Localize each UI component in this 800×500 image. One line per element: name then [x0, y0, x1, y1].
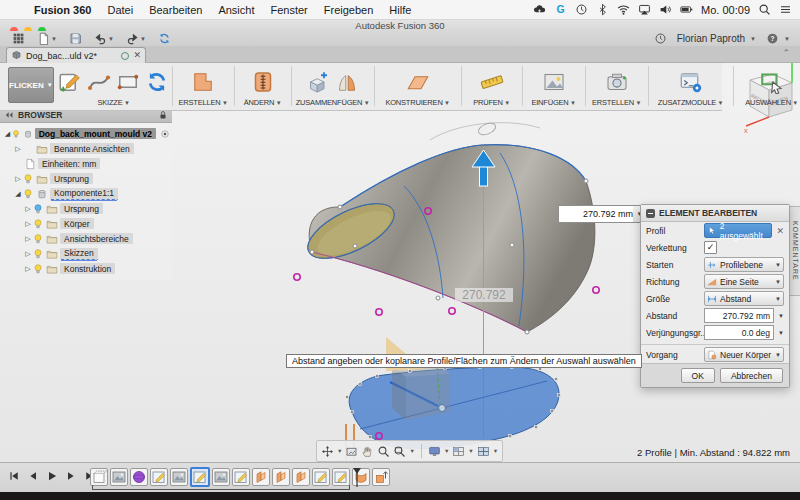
browser-item-körper[interactable]: ▷Körper	[0, 216, 172, 231]
sync-blue-icon[interactable]	[145, 70, 169, 94]
comments-tab[interactable]: KOMMENTARE	[789, 206, 800, 296]
zoom-icon[interactable]	[377, 445, 390, 458]
menu-item-fusion-360[interactable]: Fusion 360	[26, 4, 99, 16]
toolbar-group-label[interactable]: PRÜFEN ▼	[464, 98, 520, 107]
job-status-icon[interactable]	[654, 32, 667, 45]
pan-icon[interactable]	[361, 445, 374, 458]
zoom-window-caret-icon[interactable]: ▼	[409, 448, 414, 454]
create-sketch-icon[interactable]	[58, 70, 82, 94]
airplay-icon[interactable]	[638, 3, 651, 16]
battery-icon[interactable]	[680, 3, 693, 16]
render-icon[interactable]	[605, 70, 629, 94]
bottom-sketch-profile[interactable]	[349, 367, 559, 449]
file-new-icon[interactable]	[37, 32, 50, 45]
browser-item-label[interactable]: Ansichtsbereiche	[60, 233, 133, 244]
timeline-feature-sketch[interactable]	[332, 468, 350, 486]
user-menu[interactable]: Florian Paproth	[677, 33, 745, 44]
bulb-yellow-icon[interactable]	[22, 173, 34, 185]
stitch-icon[interactable]	[251, 70, 275, 94]
viewports-caret-icon[interactable]: ▼	[493, 448, 498, 454]
collapse-arrow-icon[interactable]: ▷	[24, 220, 32, 228]
browser-item-label[interactable]: Ursprung	[50, 173, 93, 184]
timeline-feature-extrude[interactable]	[252, 468, 270, 486]
toolbar-group-label[interactable]: AUSWÄHLEN ▼	[736, 98, 800, 107]
collapse-arrow-icon[interactable]: ▷	[24, 265, 32, 273]
browser-item-ursprung[interactable]: ▷Ursprung	[0, 201, 172, 216]
timeline-feature-extrude[interactable]	[292, 468, 310, 486]
logitech-g-icon[interactable]: G	[554, 3, 567, 16]
ok-button[interactable]: OK	[681, 368, 715, 383]
grid-display-caret-icon[interactable]: ▼	[468, 448, 473, 454]
toolbar-group-label[interactable]: ZUSATZMODULE ▼	[651, 98, 731, 107]
clear-selection-icon[interactable]: ✕	[776, 226, 784, 236]
collapse-toolbar-chevron-icon[interactable]: ⌃	[782, 48, 790, 58]
browser-item-dog-back-mount-mould-v2[interactable]: ◢Dog_back_mount_mould v2	[0, 126, 172, 141]
plane-icon[interactable]	[406, 70, 430, 94]
toolbar-group-label[interactable]: ERSTELLEN ▼	[175, 98, 232, 107]
dropdown-größe[interactable]: Abstand▼	[704, 291, 784, 306]
timeline-feature-sketch[interactable]	[232, 468, 250, 486]
insert-image-icon[interactable]	[542, 70, 566, 94]
sketch-origin-point[interactable]	[439, 405, 446, 412]
undo-icon[interactable]	[94, 32, 107, 45]
dropdown-vorgang[interactable]: Neuer Körper▼	[704, 347, 784, 362]
sync-icon[interactable]	[158, 32, 171, 45]
display-settings-icon[interactable]	[428, 445, 441, 458]
input-abstand[interactable]: 270.792 mm	[704, 308, 774, 323]
apple-icon[interactable]	[10, 3, 22, 17]
collapse-panel-icon[interactable]	[4, 110, 14, 120]
browser-item-einheiten:-mm[interactable]: Einheiten: mm	[0, 156, 172, 171]
timeline-feature-canvas[interactable]	[170, 468, 188, 486]
collapse-arrow-icon[interactable]: ▷	[24, 205, 32, 213]
combine-icon[interactable]	[306, 70, 330, 94]
collapse-arrow-icon[interactable]: ▷	[24, 250, 32, 258]
timeline-feature-extrude[interactable]	[272, 468, 290, 486]
toolbar-group-label[interactable]: KONSTRUIEREN ▼	[377, 98, 459, 107]
collapse-arrow-icon[interactable]: ▷	[24, 235, 32, 243]
display-settings-caret-icon[interactable]: ▼	[444, 448, 449, 454]
spline-icon[interactable]	[87, 70, 111, 94]
undo-caret-icon[interactable]: ▼	[108, 36, 114, 42]
expand-arrow-icon[interactable]: ◢	[4, 130, 11, 138]
measure-icon[interactable]	[480, 70, 504, 94]
browser-item-ansichtsbereiche[interactable]: ▷Ansichtsbereiche	[0, 231, 172, 246]
toolbar-group-label[interactable]: SKIZZE ▼	[58, 98, 170, 107]
input-caret-icon[interactable]: ▼	[778, 330, 784, 336]
mirror-icon[interactable]	[335, 70, 359, 94]
browser-item-label[interactable]: Ursprung	[60, 203, 103, 214]
toolbar-group-label[interactable]: ÄNDERN ▼	[237, 98, 289, 107]
browser-item-label[interactable]: Benannte Ansichten	[50, 143, 134, 154]
rectangle-icon[interactable]	[116, 70, 140, 94]
expand-arrow-icon[interactable]: ◢	[14, 190, 22, 198]
wifi-icon[interactable]	[617, 3, 630, 16]
timeline-feature-sketch[interactable]	[150, 468, 168, 486]
checkbox-verkettung[interactable]: ✓	[704, 241, 717, 254]
play-icon[interactable]	[46, 470, 58, 482]
menu-item-datei[interactable]: Datei	[99, 4, 141, 16]
bulb-yellow-icon[interactable]	[11, 128, 21, 140]
browser-item-ursprung[interactable]: ▷Ursprung	[0, 171, 172, 186]
browser-item-label[interactable]: Körper	[60, 218, 94, 229]
addins-icon[interactable]	[679, 70, 703, 94]
panel-options-icon[interactable]	[158, 110, 168, 120]
bulb-blue-icon[interactable]	[32, 203, 44, 215]
browser-item-label[interactable]: Komponente1:1	[50, 188, 118, 200]
timeline-feature-sketch-selected[interactable]	[190, 467, 210, 487]
menu-item-freigeben[interactable]: Freigeben	[316, 4, 382, 16]
data-panel-icon[interactable]	[12, 32, 25, 45]
bulb-yellow-icon[interactable]	[22, 188, 34, 200]
menu-item-ansicht[interactable]: Ansicht	[210, 4, 262, 16]
browser-item-label[interactable]: Konstruktion	[60, 263, 115, 274]
zoom-window-icon[interactable]	[393, 445, 406, 458]
extrude-surface-icon[interactable]	[191, 70, 215, 94]
bluetooth-icon[interactable]	[596, 3, 609, 16]
move-icon[interactable]	[321, 445, 334, 458]
menu-clock[interactable]: Mo. 00:09	[701, 4, 750, 16]
bulb-yellow-icon[interactable]	[32, 233, 44, 245]
browser-item-label[interactable]: Dog_back_mount_mould v2	[35, 128, 156, 139]
timeline-feature-canvas[interactable]	[212, 468, 230, 486]
toolbar-group-label[interactable]: ZUSAMMENFÜGEN ▼	[294, 98, 372, 107]
cancel-button[interactable]: Abbrechen	[720, 368, 783, 383]
browser-item-skizzen[interactable]: ▷Skizzen	[0, 246, 172, 261]
look-at-icon[interactable]	[345, 445, 358, 458]
